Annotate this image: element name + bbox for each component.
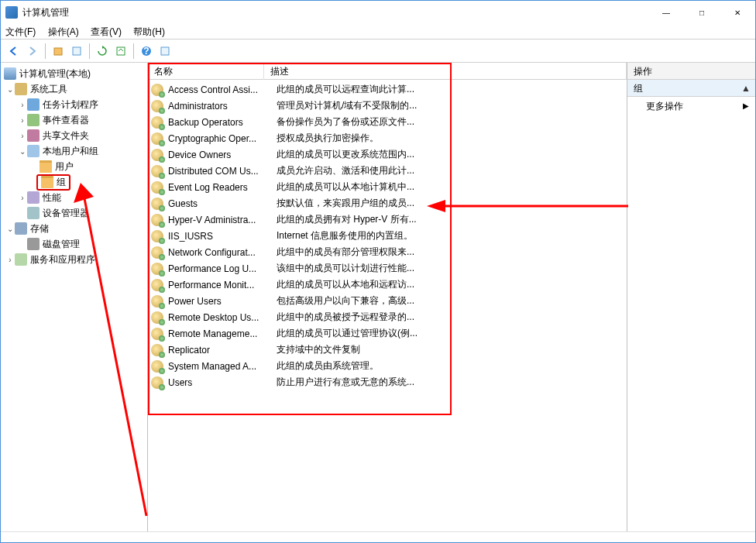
triangle-up-icon: ▲ bbox=[741, 80, 751, 97]
tree-root[interactable]: 计算机管理(本地) bbox=[2, 66, 146, 81]
svg-text:?: ? bbox=[143, 46, 149, 57]
services-icon bbox=[15, 253, 27, 266]
expand-icon[interactable]: › bbox=[5, 256, 15, 264]
group-icon bbox=[151, 263, 163, 275]
list-item[interactable]: Power Users包括高级用户以向下兼容，高级... bbox=[151, 293, 624, 309]
tree-services[interactable]: › 服务和应用程序 bbox=[2, 252, 146, 267]
actions-section[interactable]: 组 ▲ bbox=[627, 80, 755, 97]
tree-systools[interactable]: ⌄ 系统工具 bbox=[2, 81, 146, 97]
tree-event[interactable]: › 事件查看器 bbox=[2, 112, 146, 128]
list-item[interactable]: Event Log Readers此组的成员可以从本地计算机中... bbox=[151, 179, 624, 195]
storage-icon bbox=[15, 222, 27, 235]
list-item[interactable]: Replicator支持域中的文件复制 bbox=[151, 342, 624, 358]
tree-disk[interactable]: 磁盘管理 bbox=[2, 236, 146, 252]
tree-groups-folder[interactable]: 组 bbox=[2, 174, 146, 190]
tree-root-label: 计算机管理(本地) bbox=[19, 67, 91, 81]
list-item-name: Network Configurat... bbox=[168, 247, 277, 258]
list-item[interactable]: Performance Monit...此组的成员可以从本地和远程访... bbox=[151, 277, 624, 293]
list-item[interactable]: Access Control Assi...此组的成员可以远程查询此计算... bbox=[151, 81, 624, 98]
share-icon bbox=[27, 129, 40, 142]
menu-help[interactable]: 帮助(H) bbox=[133, 26, 165, 37]
list-item-name: Cryptographic Oper... bbox=[168, 133, 277, 144]
separator bbox=[45, 43, 46, 59]
list-item[interactable]: Users防止用户进行有意或无意的系统... bbox=[151, 374, 624, 390]
list-item[interactable]: Network Configurat...此组中的成员有部分管理权限来... bbox=[151, 244, 624, 260]
list-item-name: Event Log Readers bbox=[168, 182, 277, 193]
actions-section-label: 组 bbox=[634, 80, 643, 97]
list-item[interactable]: System Managed A...此组的成员由系统管理。 bbox=[151, 358, 624, 374]
list-item[interactable]: Performance Log U...该组中的成员可以计划进行性能... bbox=[151, 260, 624, 277]
expand-icon[interactable]: › bbox=[18, 132, 27, 140]
close-button[interactable]: ✕ bbox=[720, 1, 755, 24]
toolbar-refresh-icon[interactable] bbox=[94, 43, 111, 60]
list-item-desc: 授权成员执行加密操作。 bbox=[277, 132, 624, 145]
list-item[interactable]: Device Owners此组的成员可以更改系统范围内... bbox=[151, 146, 624, 163]
list-item[interactable]: Backup Operators备份操作员为了备份或还原文件... bbox=[151, 114, 624, 130]
list-item-desc: 此组的成员可以更改系统范围内... bbox=[277, 148, 624, 161]
list-item-desc: 此组中的成员被授予远程登录的... bbox=[277, 311, 624, 324]
list-item-name: Power Users bbox=[168, 296, 277, 307]
tree-users-folder[interactable]: 用户 bbox=[2, 159, 146, 174]
separator bbox=[89, 43, 90, 59]
list-item[interactable]: IIS_IUSRSInternet 信息服务使用的内置组。 bbox=[151, 228, 624, 244]
maximize-button[interactable]: □ bbox=[684, 1, 720, 24]
tree-share[interactable]: › 共享文件夹 bbox=[2, 128, 146, 143]
expand-icon[interactable]: › bbox=[18, 116, 27, 125]
list-item-desc: 按默认值，来宾跟用户组的成员... bbox=[277, 197, 624, 210]
expand-icon[interactable]: › bbox=[18, 101, 27, 109]
column-header-desc[interactable]: 描述 bbox=[264, 63, 627, 80]
tree-device[interactable]: 设备管理器 bbox=[2, 205, 146, 221]
list-item-desc: 支持域中的文件复制 bbox=[277, 343, 624, 356]
list-panel: 名称 描述 Access Control Assi...此组的成员可以远程查询此… bbox=[148, 63, 627, 531]
tools-icon bbox=[15, 83, 27, 95]
list-item[interactable]: Remote Desktop Us...此组中的成员被授予远程登录的... bbox=[151, 309, 624, 325]
nav-forward-button[interactable] bbox=[24, 43, 41, 60]
group-icon bbox=[151, 360, 163, 373]
toolbar-help-icon[interactable]: ? bbox=[138, 43, 155, 60]
nav-back-button[interactable] bbox=[5, 43, 22, 60]
toolbar-help2-icon[interactable] bbox=[156, 43, 174, 60]
menu-action[interactable]: 操作(A) bbox=[48, 26, 79, 37]
disk-icon bbox=[27, 238, 40, 250]
list-item-desc: 此组的成员可以远程查询此计算... bbox=[277, 83, 624, 96]
list-item[interactable]: Guests按默认值，来宾跟用户组的成员... bbox=[151, 195, 624, 211]
tree-perf-label: 性能 bbox=[43, 191, 61, 204]
actions-more[interactable]: 更多操作 ▶ bbox=[627, 97, 755, 115]
tree-sched[interactable]: › 任务计划程序 bbox=[2, 97, 146, 112]
performance-icon bbox=[27, 191, 40, 204]
toolbar-export-icon[interactable] bbox=[112, 43, 129, 60]
toolbar-properties-icon[interactable] bbox=[68, 43, 85, 60]
list-item[interactable]: Hyper-V Administra...此组的成员拥有对 Hyper-V 所有… bbox=[151, 211, 624, 228]
group-icon bbox=[151, 132, 163, 145]
list-item[interactable]: Cryptographic Oper...授权成员执行加密操作。 bbox=[151, 130, 624, 146]
list-item-desc: 成员允许启动、激活和使用此计... bbox=[277, 164, 624, 177]
expand-icon[interactable]: › bbox=[18, 194, 27, 202]
tree-localusers[interactable]: ⌄ 本地用户和组 bbox=[2, 143, 146, 159]
column-header-name[interactable]: 名称 bbox=[148, 63, 264, 80]
group-icon bbox=[151, 295, 163, 308]
list-item[interactable]: Remote Manageme...此组的成员可以通过管理协议(例... bbox=[151, 325, 624, 342]
expand-icon[interactable]: ⌄ bbox=[5, 225, 15, 233]
list-item[interactable]: Administrators管理员对计算机/域有不受限制的... bbox=[151, 98, 624, 114]
list-item[interactable]: Distributed COM Us...成员允许启动、激活和使用此计... bbox=[151, 163, 624, 179]
list-item-name: Remote Desktop Us... bbox=[168, 312, 277, 323]
expand-icon[interactable]: ⌄ bbox=[18, 147, 27, 156]
tree-localusers-label: 本地用户和组 bbox=[43, 145, 98, 158]
tree-storage[interactable]: ⌄ 存储 bbox=[2, 221, 146, 236]
tree-perf[interactable]: › 性能 bbox=[2, 190, 146, 205]
group-icon bbox=[151, 181, 163, 194]
svg-rect-5 bbox=[161, 47, 169, 55]
menu-view[interactable]: 查看(V) bbox=[91, 26, 122, 37]
menu-file[interactable]: 文件(F) bbox=[5, 26, 36, 37]
list-item-name: Guests bbox=[168, 198, 277, 209]
toolbar-new-icon[interactable] bbox=[50, 43, 67, 60]
tree-event-label: 事件查看器 bbox=[43, 114, 89, 127]
device-icon bbox=[27, 207, 40, 219]
minimize-button[interactable]: — bbox=[648, 1, 684, 24]
list-item-desc: 此组的成员可以从本地计算机中... bbox=[277, 180, 624, 194]
triangle-right-icon: ▶ bbox=[743, 97, 749, 115]
tree-sched-label: 任务计划程序 bbox=[43, 98, 98, 112]
list-item-name: Access Control Assi... bbox=[168, 84, 277, 95]
expand-icon[interactable]: ⌄ bbox=[5, 85, 15, 94]
list-item-name: Hyper-V Administra... bbox=[168, 215, 277, 225]
